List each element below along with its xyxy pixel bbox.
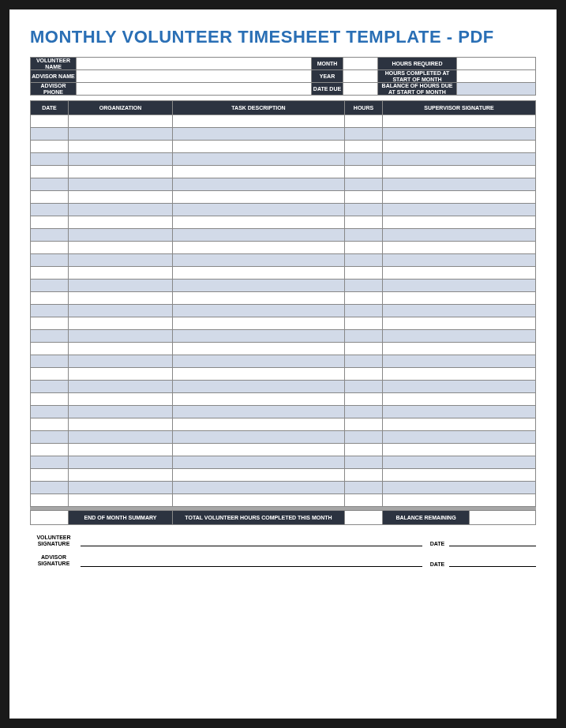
cell[interactable] <box>69 406 173 418</box>
date-due-field[interactable] <box>343 83 378 96</box>
cell[interactable] <box>173 393 345 406</box>
cell[interactable] <box>173 216 345 229</box>
cell[interactable] <box>345 141 383 153</box>
cell[interactable] <box>173 456 345 469</box>
cell[interactable] <box>69 128 173 141</box>
cell[interactable] <box>31 191 69 204</box>
cell[interactable] <box>345 469 383 482</box>
cell[interactable] <box>383 128 536 141</box>
cell[interactable] <box>345 418 383 431</box>
cell[interactable] <box>173 494 345 507</box>
cell[interactable] <box>69 381 173 393</box>
cell[interactable] <box>173 292 345 305</box>
cell[interactable] <box>345 406 383 418</box>
cell[interactable] <box>31 355 69 368</box>
cell[interactable] <box>31 317 69 330</box>
cell[interactable] <box>69 444 173 456</box>
cell[interactable] <box>345 456 383 469</box>
cell[interactable] <box>345 128 383 141</box>
cell[interactable] <box>345 191 383 204</box>
cell[interactable] <box>383 229 536 242</box>
cell[interactable] <box>69 418 173 431</box>
cell[interactable] <box>69 456 173 469</box>
cell[interactable] <box>345 292 383 305</box>
cell[interactable] <box>345 267 383 280</box>
cell[interactable] <box>31 216 69 229</box>
cell[interactable] <box>69 305 173 317</box>
cell[interactable] <box>383 115 536 128</box>
cell[interactable] <box>173 280 345 292</box>
cell[interactable] <box>383 254 536 267</box>
cell[interactable] <box>383 431 536 444</box>
cell[interactable] <box>345 254 383 267</box>
cell[interactable] <box>383 330 536 343</box>
cell[interactable] <box>383 166 536 178</box>
cell[interactable] <box>31 242 69 254</box>
cell[interactable] <box>383 456 536 469</box>
cell[interactable] <box>345 229 383 242</box>
cell[interactable] <box>31 267 69 280</box>
cell[interactable] <box>173 254 345 267</box>
cell[interactable] <box>345 355 383 368</box>
total-hours-value[interactable] <box>345 511 383 525</box>
cell[interactable] <box>345 444 383 456</box>
cell[interactable] <box>69 280 173 292</box>
cell[interactable] <box>173 444 345 456</box>
cell[interactable] <box>383 153 536 166</box>
cell[interactable] <box>69 204 173 216</box>
cell[interactable] <box>69 317 173 330</box>
cell[interactable] <box>383 292 536 305</box>
cell[interactable] <box>383 141 536 153</box>
cell[interactable] <box>345 317 383 330</box>
volunteer-signature-line[interactable] <box>81 537 422 546</box>
cell[interactable] <box>31 393 69 406</box>
cell[interactable] <box>31 456 69 469</box>
cell[interactable] <box>31 494 69 507</box>
cell[interactable] <box>69 368 173 381</box>
cell[interactable] <box>69 393 173 406</box>
cell[interactable] <box>31 178 69 191</box>
cell[interactable] <box>383 482 536 494</box>
cell[interactable] <box>173 317 345 330</box>
cell[interactable] <box>345 280 383 292</box>
cell[interactable] <box>31 482 69 494</box>
cell[interactable] <box>69 141 173 153</box>
cell[interactable] <box>383 418 536 431</box>
cell[interactable] <box>31 204 69 216</box>
cell[interactable] <box>345 115 383 128</box>
cell[interactable] <box>383 381 536 393</box>
cell[interactable] <box>173 178 345 191</box>
cell[interactable] <box>383 280 536 292</box>
cell[interactable] <box>383 368 536 381</box>
cell[interactable] <box>69 469 173 482</box>
cell[interactable] <box>345 305 383 317</box>
cell[interactable] <box>345 166 383 178</box>
cell[interactable] <box>173 368 345 381</box>
cell[interactable] <box>173 267 345 280</box>
cell[interactable] <box>173 418 345 431</box>
cell[interactable] <box>69 153 173 166</box>
balance-remaining-value[interactable] <box>470 511 536 525</box>
cell[interactable] <box>345 381 383 393</box>
cell[interactable] <box>31 153 69 166</box>
cell[interactable] <box>345 393 383 406</box>
cell[interactable] <box>345 482 383 494</box>
cell[interactable] <box>383 305 536 317</box>
cell[interactable] <box>173 469 345 482</box>
cell[interactable] <box>31 305 69 317</box>
cell[interactable] <box>31 368 69 381</box>
cell[interactable] <box>173 166 345 178</box>
cell[interactable] <box>69 482 173 494</box>
cell[interactable] <box>383 393 536 406</box>
advisor-date-line[interactable] <box>449 557 536 567</box>
cell[interactable] <box>173 191 345 204</box>
cell[interactable] <box>69 242 173 254</box>
cell[interactable] <box>345 494 383 507</box>
cell[interactable] <box>69 191 173 204</box>
cell[interactable] <box>69 431 173 444</box>
cell[interactable] <box>31 444 69 456</box>
cell[interactable] <box>173 128 345 141</box>
volunteer-name-field[interactable] <box>77 58 312 70</box>
cell[interactable] <box>173 343 345 355</box>
cell[interactable] <box>383 494 536 507</box>
